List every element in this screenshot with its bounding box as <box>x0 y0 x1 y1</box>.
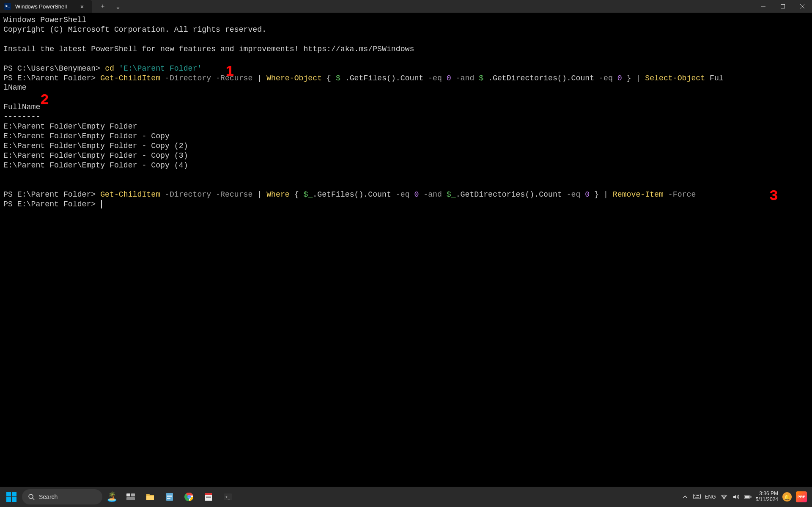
prompt-4-prefix: PS E:\Parent Folder> <box>3 200 100 208</box>
svg-rect-12 <box>167 498 170 499</box>
language-indicator[interactable]: ENG <box>705 494 716 500</box>
task-view-button[interactable] <box>122 488 140 505</box>
search-icon <box>28 493 35 500</box>
svg-rect-19 <box>206 496 211 496</box>
svg-rect-25 <box>696 495 697 496</box>
window-titlebar: >_ Windows PowerShell ✕ + ⌄ <box>0 0 812 13</box>
header-line-1: Windows PowerShell <box>3 16 86 24</box>
tab-actions: + ⌄ <box>92 0 125 13</box>
svg-rect-26 <box>697 495 698 496</box>
taskbar: Search 🏝️ >_ ENG <box>0 487 812 507</box>
svg-rect-31 <box>750 496 751 498</box>
svg-rect-24 <box>694 495 695 496</box>
close-tab-button[interactable]: ✕ <box>78 2 86 11</box>
minimize-button[interactable] <box>754 0 773 13</box>
file-explorer-button[interactable] <box>141 488 159 505</box>
svg-text:>_: >_ <box>225 495 230 499</box>
chrome-button[interactable] <box>180 488 198 505</box>
svg-rect-8 <box>126 497 135 500</box>
weather-widget[interactable]: 🏝️ <box>103 489 120 504</box>
output-row: E:\Parent Folder\Empty Folder - Copy (2) <box>3 142 188 150</box>
new-tab-button[interactable]: + <box>96 0 110 13</box>
output-row: E:\Parent Folder\Empty Folder - Copy (4) <box>3 161 188 170</box>
tab-powershell[interactable]: >_ Windows PowerShell ✕ <box>0 0 92 13</box>
svg-point-16 <box>188 496 190 498</box>
system-tray: ENG 3:36 PM 5/11/2024 🔔 PRE <box>681 491 809 503</box>
output-row: E:\Parent Folder\Empty Folder <box>3 122 137 131</box>
svg-rect-6 <box>126 493 130 496</box>
header-line-2: Copyright (C) Microsoft Corporation. All… <box>3 25 266 34</box>
install-hint: Install the latest PowerShell for new fe… <box>3 45 414 53</box>
prompt-2-prefix: PS E:\Parent Folder> <box>3 74 100 82</box>
svg-rect-20 <box>206 497 211 498</box>
output-row: E:\Parent Folder\Empty Folder - Copy <box>3 132 170 140</box>
keyboard-icon[interactable] <box>693 493 701 501</box>
editor-button[interactable] <box>200 488 217 505</box>
svg-rect-7 <box>131 493 135 496</box>
tab-dropdown-button[interactable]: ⌄ <box>111 0 125 13</box>
clock-time: 3:36 PM <box>756 491 778 497</box>
windows-logo-icon <box>6 492 16 502</box>
taskbar-apps: >_ <box>122 488 237 505</box>
battery-icon[interactable] <box>744 493 752 501</box>
search-box[interactable]: Search <box>22 489 102 504</box>
svg-rect-30 <box>744 496 749 498</box>
start-button[interactable] <box>3 489 19 505</box>
powershell-icon: >_ <box>4 3 11 10</box>
prompt-3-prefix: PS E:\Parent Folder> <box>3 190 100 199</box>
svg-rect-27 <box>698 495 699 496</box>
terminal-output[interactable]: Windows PowerShell Copyright (C) Microso… <box>0 13 812 211</box>
svg-rect-18 <box>205 493 212 495</box>
notifications-button[interactable]: 🔔 <box>782 492 792 502</box>
output-header: FullName <box>3 103 40 111</box>
prompt-1-prefix: PS C:\Users\Benymean> <box>3 64 105 73</box>
clock[interactable]: 3:36 PM 5/11/2024 <box>756 491 778 503</box>
svg-point-4 <box>29 494 33 499</box>
svg-rect-28 <box>695 497 699 498</box>
search-placeholder: Search <box>39 493 58 500</box>
close-window-button[interactable] <box>793 0 812 13</box>
maximize-button[interactable] <box>773 0 793 13</box>
svg-rect-10 <box>167 495 172 496</box>
svg-rect-23 <box>693 494 700 499</box>
prompt-1-cmd: cd <box>105 64 119 73</box>
notepad-button[interactable] <box>161 488 178 505</box>
wifi-icon[interactable] <box>720 493 728 501</box>
svg-line-5 <box>33 498 34 500</box>
tray-overflow-button[interactable] <box>681 493 689 501</box>
svg-rect-11 <box>167 496 172 497</box>
tab-title: Windows PowerShell <box>15 3 67 10</box>
window-controls <box>754 0 812 13</box>
svg-rect-1 <box>781 5 785 8</box>
text-cursor <box>101 200 102 208</box>
clock-date: 5/11/2024 <box>756 497 778 503</box>
output-dashes: -------- <box>3 112 40 121</box>
output-row: E:\Parent Folder\Empty Folder - Copy (3) <box>3 151 188 160</box>
prompt-1-arg: 'E:\Parent Folder' <box>119 64 202 73</box>
terminal-button[interactable]: >_ <box>219 488 237 505</box>
premiere-app-icon[interactable]: PRE <box>796 491 807 502</box>
volume-icon[interactable] <box>732 493 740 501</box>
